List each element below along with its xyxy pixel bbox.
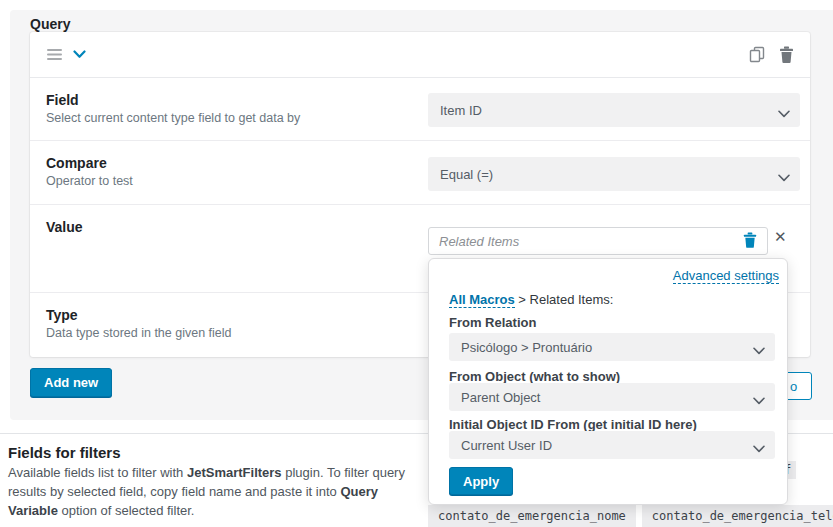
chevron-down-icon bbox=[753, 441, 765, 456]
collapse-chevron-icon[interactable] bbox=[73, 50, 86, 59]
chevron-down-icon bbox=[753, 393, 765, 408]
query-item-header bbox=[30, 32, 810, 78]
delete-icon[interactable] bbox=[779, 46, 794, 63]
value-input[interactable] bbox=[428, 227, 768, 255]
fields-for-filters-title: Fields for filters bbox=[8, 444, 121, 461]
all-macros-link[interactable]: All Macros bbox=[449, 292, 515, 308]
from-object-value: Parent Object bbox=[461, 390, 541, 405]
field-select[interactable]: Item ID bbox=[428, 93, 800, 127]
initial-object-id-label: Initial Object ID From (get initial ID h… bbox=[449, 417, 697, 432]
field-name-chip[interactable]: contato_de_emergencia_telefone bbox=[642, 505, 833, 527]
field-name-chip[interactable]: contato_de_emergencia_nome bbox=[428, 505, 636, 527]
breadcrumb-current: Related Items: bbox=[530, 292, 614, 307]
chevron-down-icon bbox=[778, 106, 790, 121]
from-relation-value: Psicólogo > Prontuário bbox=[461, 340, 592, 355]
chevron-down-icon bbox=[753, 343, 765, 358]
macros-breadcrumb: All Macros > Related Items: bbox=[449, 292, 613, 307]
advanced-settings-link[interactable]: Advanced settings bbox=[673, 268, 779, 284]
section-title: Query bbox=[30, 16, 70, 32]
drag-handle-icon[interactable] bbox=[46, 48, 63, 61]
initial-object-id-value: Current User ID bbox=[461, 438, 552, 453]
macros-popup: Advanced settings All Macros > Related I… bbox=[428, 258, 788, 505]
close-icon[interactable]: ✕ bbox=[774, 229, 787, 244]
from-relation-select[interactable]: Psicólogo > Prontuário bbox=[449, 333, 775, 361]
chevron-down-icon bbox=[778, 170, 790, 185]
apply-button[interactable]: Apply bbox=[449, 467, 513, 495]
add-new-button[interactable]: Add new bbox=[30, 368, 112, 397]
clear-macro-trash-icon[interactable] bbox=[743, 232, 757, 248]
field-select-value: Item ID bbox=[440, 103, 482, 118]
page: Query Field bbox=[0, 0, 833, 527]
from-object-label: From Object (what to show) bbox=[449, 369, 620, 384]
initial-object-id-select[interactable]: Current User ID bbox=[449, 431, 775, 459]
duplicate-icon[interactable] bbox=[749, 46, 765, 63]
field-name-chip-row: contato_de_emergencia_nome contato_de_em… bbox=[428, 505, 833, 527]
from-object-select[interactable]: Parent Object bbox=[449, 383, 775, 411]
breadcrumb-separator: > bbox=[515, 292, 530, 307]
compare-select[interactable]: Equal (=) bbox=[428, 157, 800, 191]
fields-for-filters-description: Available fields list to filter with Jet… bbox=[8, 464, 426, 521]
from-relation-label: From Relation bbox=[449, 315, 536, 330]
compare-select-value: Equal (=) bbox=[440, 167, 493, 182]
